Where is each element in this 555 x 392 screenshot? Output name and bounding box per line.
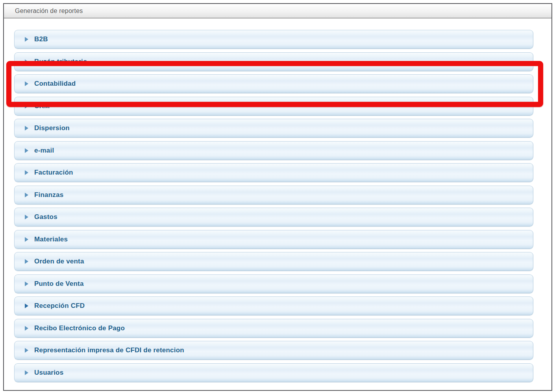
- report-category-label: Punto de Venta: [34, 280, 84, 288]
- report-category-row-6[interactable]: Facturación: [14, 163, 533, 182]
- report-category-list: B2B Buzón tributario Contabilidad CRM Di…: [4, 18, 551, 382]
- report-category-label: Dispersion: [34, 124, 70, 132]
- expand-arrow-icon: [25, 59, 28, 64]
- expand-arrow-icon: [25, 37, 28, 42]
- report-category-row-9[interactable]: Materiales: [14, 230, 533, 249]
- report-category-label: Contabilidad: [34, 80, 76, 88]
- expand-arrow-icon: [25, 81, 28, 86]
- report-category-row-13[interactable]: Recibo Electrónico de Pago: [14, 319, 533, 338]
- report-category-label: Facturación: [34, 169, 73, 177]
- report-category-label: Representación impresa de CFDI de retenc…: [34, 346, 184, 354]
- expand-arrow-icon: [25, 326, 28, 331]
- report-category-row-4[interactable]: Dispersion: [14, 119, 533, 138]
- expand-arrow-icon: [25, 104, 28, 109]
- report-category-label: CRM: [34, 102, 50, 110]
- report-category-row-2[interactable]: Contabilidad: [14, 74, 533, 93]
- report-category-label: Gastos: [34, 213, 57, 221]
- expand-arrow-icon: [25, 193, 28, 197]
- report-category-label: Recibo Electrónico de Pago: [34, 324, 125, 332]
- report-category-label: Recepción CFD: [34, 302, 85, 310]
- report-category-label: Materiales: [34, 236, 68, 243]
- report-category-row-3[interactable]: CRM: [14, 97, 533, 116]
- report-category-row-12[interactable]: Recepción CFD: [14, 296, 533, 315]
- expand-arrow-icon: [25, 259, 28, 264]
- report-category-row-1[interactable]: Buzón tributario: [14, 52, 533, 71]
- report-category-label: Orden de venta: [34, 258, 84, 265]
- expand-arrow-icon: [25, 215, 28, 219]
- report-category-row-14[interactable]: Representación impresa de CFDI de retenc…: [14, 341, 533, 360]
- expand-arrow-icon: [25, 304, 28, 308]
- report-category-label: Finanzas: [34, 191, 63, 199]
- expand-arrow-icon: [25, 237, 28, 242]
- expand-arrow-icon: [25, 348, 28, 353]
- report-category-label: B2B: [34, 35, 48, 43]
- report-category-row-11[interactable]: Punto de Venta: [14, 274, 533, 293]
- expand-arrow-icon: [25, 370, 28, 375]
- reports-panel: Generación de reportes B2B Buzón tributa…: [3, 3, 552, 391]
- report-category-row-7[interactable]: Finanzas: [14, 186, 533, 204]
- expand-arrow-icon: [25, 282, 28, 286]
- report-category-row-5[interactable]: e-mail: [14, 141, 533, 160]
- panel-header: Generación de reportes: [4, 4, 551, 18]
- panel-title: Generación de reportes: [15, 7, 83, 15]
- report-category-row-0[interactable]: B2B: [14, 30, 533, 49]
- report-category-label: Buzón tributario: [34, 58, 87, 66]
- report-category-label: e-mail: [34, 147, 54, 155]
- expand-arrow-icon: [25, 170, 28, 175]
- report-category-row-15[interactable]: Usuarios: [14, 363, 533, 382]
- report-category-row-10[interactable]: Orden de venta: [14, 252, 533, 271]
- expand-arrow-icon: [25, 126, 28, 131]
- expand-arrow-icon: [25, 148, 28, 153]
- report-category-row-8[interactable]: Gastos: [14, 208, 533, 226]
- report-category-label: Usuarios: [34, 369, 63, 377]
